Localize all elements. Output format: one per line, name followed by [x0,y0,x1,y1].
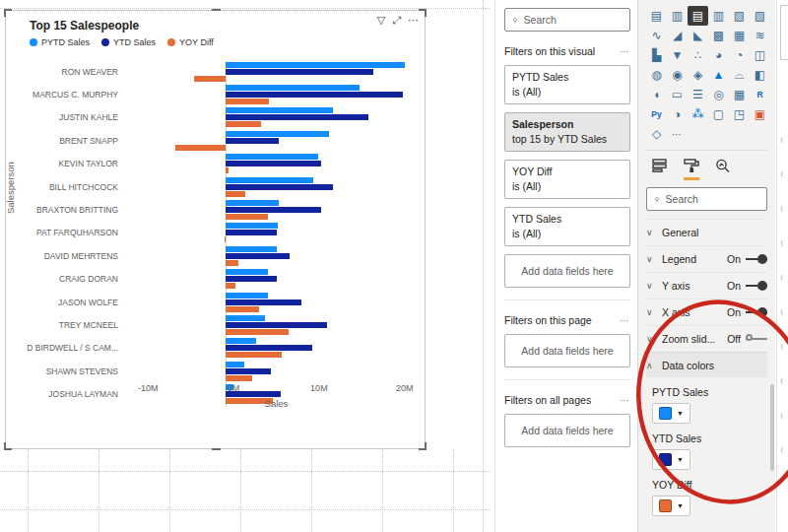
toggle-switch[interactable] [746,306,767,318]
table-icon[interactable]: ▦ [729,85,750,104]
bar-pytd-sales[interactable] [226,315,265,321]
add-data-fields-dropzone[interactable]: Add data fields here [504,254,630,288]
line-clustered-column-chart-icon[interactable]: ▦ [729,26,750,45]
format-pane-scrollbar[interactable] [770,384,774,471]
resize-handle[interactable] [212,448,221,450]
bar-pytd-sales[interactable] [226,177,313,183]
bar-chart-visual[interactable]: ▽⤢⋯ Top 15 Salespeople PYTD SalesYTD Sal… [5,10,426,449]
toggle-switch[interactable] [746,253,767,265]
scatter-chart-icon[interactable]: ∴ [688,45,708,65]
bar-ytd-sales[interactable] [226,161,320,166]
shape-map-icon[interactable]: ◈ [688,65,708,85]
add-data-fields-dropzone[interactable]: Add data fields here [504,334,630,367]
format-section-legend[interactable]: ∨LegendOn [646,245,767,272]
bar-ytd-sales[interactable] [226,230,277,235]
more-options-icon[interactable]: ⋯ [620,395,630,406]
bar-pytd-sales[interactable] [226,223,278,229]
bar-yoy-diff[interactable] [175,145,226,151]
format-tab[interactable] [684,159,699,180]
color-swatch-dropdown[interactable]: ▼ [652,403,690,424]
kpi-icon[interactable]: ◎ [708,85,729,104]
azure-map-icon[interactable]: ▲ [708,65,729,85]
key-influencers-icon[interactable]: ◑ [667,104,688,124]
resize-handle[interactable] [212,9,221,11]
data-colors-section[interactable]: ∧ Data colors [646,352,767,377]
resize-handle[interactable] [419,9,427,17]
bar-pytd-sales[interactable] [226,131,329,137]
bar-yoy-diff[interactable] [226,191,245,197]
toggle-switch[interactable] [746,280,767,292]
format-section-general[interactable]: ∨General [646,219,767,245]
multi-row-card-icon[interactable]: ☰ [688,85,708,104]
bar-ytd-sales[interactable] [226,299,301,305]
bar-yoy-diff[interactable] [226,121,261,127]
area-chart-icon[interactable]: ◢ [667,26,688,45]
analytics-tab[interactable] [715,159,731,180]
more-options-icon[interactable]: ⋯ [408,14,419,26]
bar-yoy-diff[interactable] [226,167,229,173]
bar-pytd-sales[interactable] [226,62,404,68]
more-options-icon[interactable]: ⋯ [620,46,630,57]
filled-map-icon[interactable]: ◉ [667,65,688,85]
qa-visual-icon[interactable]: ▢ [708,104,729,124]
slicer-icon[interactable]: ◧ [750,65,770,85]
bar-ytd-sales[interactable] [226,138,279,144]
bar-ytd-sales[interactable] [226,69,372,75]
bar-pytd-sales[interactable] [226,269,268,275]
color-swatch-dropdown[interactable]: ▼ [652,496,690,516]
bar-ytd-sales[interactable] [226,92,403,98]
waterfall-chart-icon[interactable]: ▙ [646,45,667,65]
r-script-icon[interactable]: R [750,85,770,104]
filter-card-ytd-sales[interactable]: YTD Salesis (All) [504,207,630,246]
stacked-area-chart-icon[interactable]: ◣ [688,26,708,45]
line-stacked-column-chart-icon[interactable]: ▩ [708,26,729,45]
card-icon[interactable]: ▭ [667,85,688,104]
filters-search-input[interactable]: ⌕ Search [504,8,630,32]
funnel-chart-icon[interactable]: ▼ [667,45,688,65]
stacked-bar-chart-icon[interactable]: ▤ [646,6,667,26]
bar-pytd-sales[interactable] [226,107,333,113]
more-options-icon[interactable]: ⋯ [620,315,630,326]
focus-mode-icon[interactable]: ⤢ [392,14,401,26]
bar-pytd-sales[interactable] [226,200,279,206]
clustered-column-chart-icon[interactable]: ▥ [708,6,729,26]
bar-ytd-sales[interactable] [226,345,312,351]
smart-narrative-icon[interactable]: ◳ [729,104,750,124]
bar-yoy-diff[interactable] [226,283,234,289]
filter-card-yoy-diff[interactable]: YOY Diffis (All) [504,160,630,199]
bar-pytd-sales[interactable] [226,154,318,160]
bar-yoy-diff[interactable] [226,214,268,220]
bar-ytd-sales[interactable] [226,207,320,213]
ribbon-chart-icon[interactable]: ≋ [750,26,770,45]
bar-yoy-diff[interactable] [226,99,268,104]
paginated-report-icon[interactable]: ▣ [750,104,770,124]
power-apps-icon[interactable]: ◇ [646,124,667,144]
map-icon[interactable]: ◍ [646,65,667,85]
100-stacked-bar-chart-icon[interactable]: ▧ [729,6,750,26]
more-visuals-icon[interactable]: ⋯ [667,124,688,144]
100-stacked-column-chart-icon[interactable]: ▨ [750,6,770,26]
bar-ytd-sales[interactable] [226,276,277,282]
bar-yoy-diff[interactable] [226,375,251,381]
bar-pytd-sales[interactable] [226,293,268,299]
bar-ytd-sales[interactable] [226,322,327,328]
bar-ytd-sales[interactable] [226,114,368,120]
toggle-switch[interactable] [746,333,767,345]
format-search-input[interactable]: ⌕ Search [646,187,767,211]
filter-card-pytd-sales[interactable]: PYTD Salesis (All) [504,65,630,104]
stacked-column-chart-icon[interactable]: ▥ [667,6,688,26]
bar-yoy-diff[interactable] [226,260,238,266]
format-section-zoom-slid-[interactable]: ∨Zoom slid...Off [646,325,767,352]
decomposition-tree-icon[interactable]: ⁂ [688,104,708,124]
clustered-bar-chart-icon[interactable]: ▤ [688,6,708,26]
bar-ytd-sales[interactable] [226,368,270,374]
format-section-x-axis[interactable]: ∨X axisOn [646,299,767,325]
pie-chart-icon[interactable]: ◕ [708,45,729,65]
bar-yoy-diff[interactable] [194,76,226,82]
filter-funnel-icon[interactable]: ▽ [377,14,385,26]
report-canvas[interactable]: ▽⤢⋯ Top 15 Salespeople PYTD SalesYTD Sal… [0,0,493,532]
resize-handle[interactable] [4,442,12,450]
resize-handle[interactable] [4,9,12,17]
bar-pytd-sales[interactable] [226,338,256,344]
bar-pytd-sales[interactable] [226,85,360,91]
